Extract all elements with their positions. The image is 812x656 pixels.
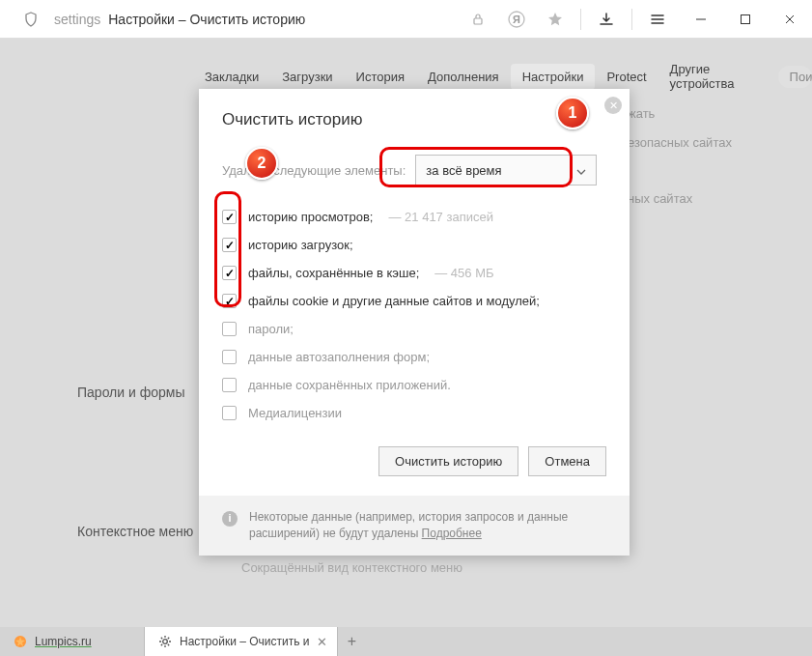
checkbox[interactable]: [222, 406, 237, 420]
gear-icon: [158, 635, 172, 648]
dialog-footer: i Некоторые данные (например, история за…: [199, 496, 630, 556]
checkbox-row: файлы cookie и другие данные сайтов и мо…: [222, 287, 606, 315]
browser-tab-active[interactable]: Настройки – Очистить и ✕: [145, 627, 338, 656]
favicon-icon: [14, 635, 27, 648]
checkbox-label: данные сохранённых приложений.: [248, 378, 451, 392]
time-range-select[interactable]: за всё время: [415, 155, 597, 185]
checkbox-label: файлы, сохранённые в кэше;: [248, 266, 419, 280]
checkbox-row: пароли;: [222, 315, 606, 343]
address-bar[interactable]: settings Настройки – Очистить историю: [54, 12, 305, 27]
checkbox-label: Медиалицензии: [248, 406, 342, 420]
tab-close-icon[interactable]: ✕: [317, 635, 327, 649]
clear-history-button[interactable]: Очистить историю: [378, 446, 518, 476]
shield-icon[interactable]: [17, 6, 44, 33]
page-title-text: Настройки – Очистить историю: [108, 12, 305, 27]
nav-tab-history[interactable]: История: [345, 64, 416, 90]
nav-tab-protect[interactable]: Protect: [595, 64, 658, 90]
window-titlebar: settings Настройки – Очистить историю Я: [0, 0, 812, 39]
browser-tab[interactable]: Lumpics.ru: [0, 627, 145, 656]
nav-tab-devices[interactable]: Другие устройства: [658, 56, 759, 97]
footer-text: Некоторые данные (например, история запр…: [249, 510, 568, 540]
checkbox[interactable]: [222, 238, 237, 252]
svg-rect-3: [742, 14, 750, 23]
nav-tab-settings[interactable]: Настройки: [511, 64, 596, 90]
cancel-button[interactable]: Отмена: [528, 446, 606, 476]
time-range-value: за всё время: [426, 163, 501, 178]
checkbox-extra: — 21 417 записей: [388, 210, 492, 224]
checkbox[interactable]: [222, 322, 237, 336]
checkbox[interactable]: [222, 210, 237, 224]
checkbox[interactable]: [222, 378, 237, 392]
checkbox-extra: — 456 МБ: [434, 266, 493, 280]
checkbox-label: историю загрузок;: [248, 238, 353, 252]
bg-text: Сокращённый вид контекстного меню: [241, 560, 462, 575]
tab-title: Настройки – Очистить и: [180, 635, 309, 648]
dialog-close-button[interactable]: ✕: [604, 97, 622, 114]
menu-icon[interactable]: [644, 6, 671, 33]
checkbox-row: файлы, сохранённые в кэше;— 456 МБ: [222, 259, 606, 287]
checkbox[interactable]: [222, 266, 237, 280]
new-tab-button[interactable]: +: [338, 627, 365, 656]
section-label-passwords: Пароли и формы: [77, 385, 184, 400]
bookmark-star-icon[interactable]: [542, 6, 569, 33]
bg-text: езопасных сайтах: [628, 135, 732, 150]
yandex-icon[interactable]: Я: [503, 6, 530, 33]
section-label-contextmenu: Контекстное меню: [77, 524, 193, 539]
svg-text:Я: Я: [513, 14, 520, 25]
checkbox-row: Медиалицензии: [222, 399, 606, 427]
checkbox[interactable]: [222, 294, 237, 308]
checkbox[interactable]: [222, 350, 237, 364]
bg-text: жать: [628, 106, 655, 121]
info-icon: i: [222, 511, 238, 527]
window-minimize-button[interactable]: [679, 0, 723, 39]
window-maximize-button[interactable]: [723, 0, 768, 39]
checkbox-row: историю загрузок;: [222, 231, 606, 259]
url-path: settings: [54, 12, 100, 27]
checkbox-row: историю просмотров;— 21 417 записей: [222, 203, 606, 231]
nav-tab-downloads[interactable]: Загрузки: [270, 64, 344, 90]
browser-tabstrip: Lumpics.ru Настройки – Очистить и ✕ +: [0, 627, 812, 656]
checkbox-label: историю просмотров;: [248, 210, 373, 224]
checkbox-row: данные сохранённых приложений.: [222, 371, 606, 399]
checkbox-row: данные автозаполнения форм;: [222, 343, 606, 371]
tab-title: Lumpics.ru: [35, 635, 92, 648]
checkbox-label: файлы cookie и другие данные сайтов и мо…: [248, 294, 540, 308]
footer-more-link[interactable]: Подробнее: [422, 527, 482, 540]
dialog-title: Очистить историю: [222, 110, 606, 129]
window-close-button[interactable]: [768, 0, 812, 39]
svg-rect-0: [474, 18, 482, 24]
chevron-down-icon: [576, 163, 586, 178]
checkbox-label: пароли;: [248, 322, 294, 336]
nav-tab-bookmarks[interactable]: Закладки: [193, 64, 270, 90]
checkbox-label: данные автозаполнения форм;: [248, 350, 430, 364]
bg-text: ных сайтах: [628, 191, 692, 206]
lock-icon[interactable]: [464, 6, 491, 33]
nav-tab-addons[interactable]: Дополнения: [416, 64, 511, 90]
annotation-badge-2: 2: [245, 147, 278, 180]
svg-point-5: [163, 640, 168, 644]
downloads-icon[interactable]: [593, 6, 620, 33]
settings-search[interactable]: Пои: [778, 66, 812, 88]
annotation-badge-1: 1: [556, 97, 589, 129]
